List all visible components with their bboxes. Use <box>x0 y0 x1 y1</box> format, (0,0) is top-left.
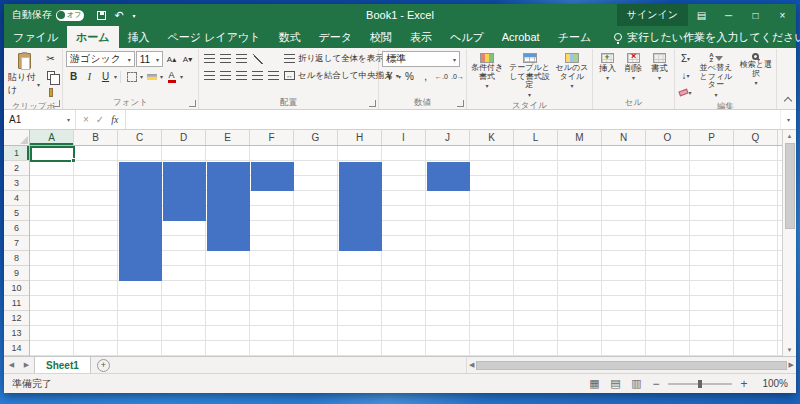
ribbon-tab-help[interactable]: ヘルプ <box>441 26 493 48</box>
autosave-control[interactable]: 自動保存 オフ <box>4 8 92 22</box>
autosum-button[interactable]: Σ▾ <box>678 51 693 66</box>
close-button[interactable]: × <box>769 4 796 26</box>
scroll-up-icon[interactable]: ▲ <box>783 130 796 142</box>
borders-button[interactable] <box>124 69 139 84</box>
row-header-7[interactable]: 7 <box>4 236 29 251</box>
column-header-H[interactable]: H <box>338 130 382 145</box>
column-header-O[interactable]: O <box>646 130 690 145</box>
qat-customize-button[interactable]: ▾ <box>128 4 140 26</box>
expand-formula-bar-icon[interactable]: ▾ <box>780 110 796 129</box>
row-header-8[interactable]: 8 <box>4 251 29 266</box>
align-right-button[interactable] <box>234 68 249 83</box>
column-header-N[interactable]: N <box>602 130 646 145</box>
horizontal-scroll-thumb[interactable] <box>476 361 786 370</box>
row-header-4[interactable]: 4 <box>4 191 29 206</box>
ribbon-tab-acrobat[interactable]: Acrobat <box>493 26 549 48</box>
normal-view-button[interactable]: ▦ <box>587 377 602 391</box>
zoom-in-button[interactable]: + <box>738 378 750 390</box>
zoom-out-button[interactable]: − <box>650 378 662 390</box>
ribbon-tab-formulas[interactable]: 数式 <box>269 26 309 48</box>
cell-styles-button[interactable]: セルのスタイル ▾ <box>555 51 589 91</box>
row-header-1[interactable]: 1 <box>4 146 29 161</box>
column-header-D[interactable]: D <box>162 130 206 145</box>
align-center-button[interactable] <box>218 68 233 83</box>
percent-format-button[interactable]: % <box>402 69 417 84</box>
column-header-G[interactable]: G <box>294 130 338 145</box>
number-format-combo[interactable]: 標準▾ <box>382 51 460 67</box>
align-top-button[interactable] <box>202 51 217 66</box>
row-header-2[interactable]: 2 <box>4 161 29 176</box>
font-color-button[interactable]: A <box>164 69 179 84</box>
insert-function-button[interactable]: fx <box>111 114 118 125</box>
clipboard-dialog-launcher-icon[interactable] <box>53 100 60 107</box>
ribbon-tab-page-layout[interactable]: ページ レイアウト <box>159 26 270 48</box>
zoom-slider[interactable] <box>668 383 732 385</box>
page-layout-view-button[interactable]: ▤ <box>608 377 623 391</box>
enter-formula-icon[interactable]: ✓ <box>96 114 104 125</box>
fill-button[interactable]: ↓▾ <box>678 68 693 83</box>
align-bottom-button[interactable] <box>234 51 249 66</box>
new-sheet-button[interactable]: + <box>97 359 110 372</box>
row-header-10[interactable]: 10 <box>4 281 29 296</box>
scroll-down-icon[interactable]: ▼ <box>783 344 796 356</box>
format-cells-button[interactable]: 書式 ▾ <box>648 51 671 82</box>
fill-color-button[interactable] <box>144 69 159 84</box>
ribbon-display-options-button[interactable]: ▤ <box>688 4 715 26</box>
ribbon-tab-file[interactable]: ファイル <box>4 26 67 48</box>
comma-format-button[interactable]: , <box>418 69 433 84</box>
row-header-14[interactable]: 14 <box>4 341 29 356</box>
row-header-6[interactable]: 6 <box>4 221 29 236</box>
save-button[interactable] <box>92 4 110 26</box>
tell-me-box[interactable]: 実行したい作業を入力してください <box>614 26 800 48</box>
cut-button[interactable]: ✂ <box>43 51 58 66</box>
scroll-right-icon[interactable]: ▶ <box>789 361 794 369</box>
row-header-11[interactable]: 11 <box>4 296 29 311</box>
insert-cells-button[interactable]: 挿入 ▾ <box>596 51 619 82</box>
orientation-button[interactable] <box>250 51 265 66</box>
ribbon-tab-review[interactable]: 校閲 <box>361 26 401 48</box>
underline-button[interactable]: U <box>98 69 113 84</box>
dropdown-arrow-icon[interactable]: ▾ <box>114 73 117 80</box>
delete-cells-button[interactable]: 削除 ▾ <box>622 51 645 82</box>
increase-decimal-button[interactable]: ←.0 <box>434 69 449 84</box>
dropdown-arrow-icon[interactable]: ▾ <box>140 73 143 80</box>
column-header-Q[interactable]: Q <box>734 130 778 145</box>
column-header-L[interactable]: L <box>514 130 558 145</box>
row-header-13[interactable]: 13 <box>4 326 29 341</box>
ribbon-tab-data[interactable]: データ <box>309 26 361 48</box>
collapse-ribbon-icon[interactable] <box>784 97 792 105</box>
align-left-button[interactable] <box>202 68 217 83</box>
row-header-5[interactable]: 5 <box>4 206 29 221</box>
format-as-table-button[interactable]: テーブルとして書式設定 ▾ <box>507 51 552 99</box>
minimize-button[interactable]: ─ <box>715 4 742 26</box>
dropdown-arrow-icon[interactable]: ▾ <box>160 73 163 80</box>
ribbon-tab-view[interactable]: 表示 <box>401 26 441 48</box>
column-header-E[interactable]: E <box>206 130 250 145</box>
decrease-decimal-button[interactable]: .0→ <box>450 69 465 84</box>
font-name-combo[interactable]: 游ゴシック▾ <box>66 51 135 67</box>
decrease-indent-button[interactable] <box>250 68 265 83</box>
sign-in-button[interactable]: サインイン <box>617 4 688 26</box>
sort-filter-button[interactable]: AZ 並べ替えとフィルター ▾ <box>696 51 736 99</box>
row-header-9[interactable]: 9 <box>4 266 29 281</box>
italic-button[interactable]: I <box>82 69 97 84</box>
dropdown-arrow-icon[interactable]: ▾ <box>398 73 401 80</box>
cells-area[interactable] <box>30 146 782 356</box>
row-header-3[interactable]: 3 <box>4 176 29 191</box>
paste-button[interactable]: 貼り付け▾ <box>8 51 40 97</box>
ribbon-tab-insert[interactable]: 挿入 <box>119 26 159 48</box>
sheet-tab-sheet1[interactable]: Sheet1 <box>34 357 91 373</box>
column-header-B[interactable]: B <box>74 130 118 145</box>
currency-format-button[interactable]: ¥ <box>382 69 397 84</box>
formula-input[interactable] <box>126 110 780 129</box>
column-header-M[interactable]: M <box>558 130 602 145</box>
dropdown-arrow-icon[interactable]: ▾ <box>180 73 183 80</box>
scroll-left-icon[interactable]: ◀ <box>469 361 474 369</box>
maximize-button[interactable]: □ <box>742 4 769 26</box>
column-header-A[interactable]: A <box>30 130 74 145</box>
vertical-scroll-thumb[interactable] <box>785 143 795 229</box>
column-header-C[interactable]: C <box>118 130 162 145</box>
ribbon-tab-home[interactable]: ホーム <box>67 26 119 48</box>
name-box[interactable]: A1 ▾ <box>4 110 76 129</box>
ribbon-tab-team[interactable]: チーム <box>549 26 601 48</box>
